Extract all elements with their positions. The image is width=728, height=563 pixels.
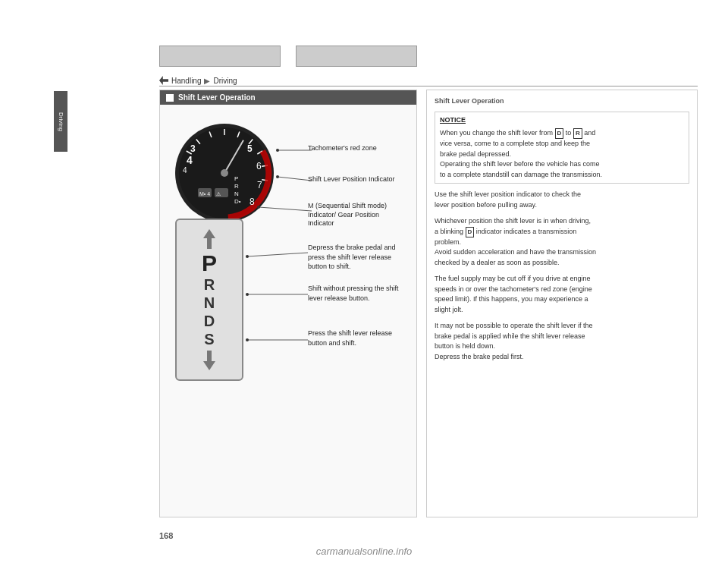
svg-text:6: 6 [256, 161, 262, 171]
svg-text:3: 3 [190, 143, 196, 154]
callout-brake-depress: Depress the brake pedal and press the sh… [308, 243, 406, 272]
svg-text:M• 4: M• 4 [199, 191, 210, 197]
shift-n: N [204, 294, 215, 311]
svg-point-40 [246, 293, 249, 296]
page-number: 168 [159, 531, 173, 540]
breadcrumb-text2: Driving [213, 77, 237, 85]
callout-shift-without: Shift without pressing the shift lever r… [308, 284, 406, 303]
svg-text:N: N [234, 190, 239, 197]
callout-shift-position-indicator: Shift Lever Position Indicator [308, 175, 395, 184]
left-panel-header: Shift Lever Operation [160, 90, 416, 105]
svg-text:7: 7 [257, 180, 262, 190]
r-indicator: R [573, 128, 582, 139]
svg-text:D•: D• [234, 198, 241, 205]
svg-point-27 [221, 169, 228, 177]
svg-marker-29 [203, 351, 215, 370]
paragraph-4: It may not be possible to operate the sh… [435, 321, 689, 362]
svg-text:8: 8 [249, 197, 255, 207]
callout-m-indicator: M (Sequential Shift mode) Indicator/ Gea… [308, 202, 406, 228]
breadcrumb-line [159, 86, 698, 86]
breadcrumb-icon [159, 76, 168, 85]
svg-text:⚠: ⚠ [216, 191, 221, 197]
shift-r: R [204, 276, 215, 293]
main-content: Shift Lever Operation [159, 90, 698, 517]
banner-box-right [296, 46, 417, 67]
left-panel: Shift Lever Operation [159, 90, 417, 517]
down-arrow-icon [202, 349, 217, 372]
left-panel-title: Shift Lever Operation [178, 93, 256, 102]
shift-s: S [204, 331, 214, 348]
svg-point-41 [246, 338, 249, 341]
shift-p: P [202, 252, 217, 275]
shift-lever-diagram: P R N D S [175, 219, 243, 381]
svg-marker-28 [203, 229, 215, 249]
left-sidebar: Driving [23, 91, 99, 395]
paragraph-2: Whichever position the shift lever is in… [435, 216, 689, 268]
svg-text:R: R [234, 183, 239, 190]
notice-box: NOTICE When you change the shift lever f… [435, 112, 689, 184]
top-banner [159, 46, 417, 67]
paragraph-3: The fuel supply may be cut off if you dr… [435, 274, 689, 315]
svg-point-39 [246, 255, 249, 258]
callout-press-release: Press the shift lever release button and… [308, 329, 406, 348]
svg-text:4: 4 [187, 154, 193, 166]
notice-title: NOTICE [440, 115, 684, 126]
paragraph-1: Use the shift lever position indicator t… [435, 190, 689, 210]
banner-box-left [159, 46, 281, 67]
svg-text:5: 5 [247, 143, 253, 154]
up-arrow-icon [202, 228, 217, 250]
shift-d: D [204, 313, 215, 329]
svg-text:P: P [234, 175, 238, 182]
callout-tachometer-red-zone: Tachometer's red zone [308, 144, 377, 153]
breadcrumb: Handling ▶ Driving [159, 76, 237, 85]
diagram-area: 3 4 4 5 6 7 8 P R N D• M• 4 ⚠ [160, 105, 416, 511]
notice-text: When you change the shift lever from D t… [440, 128, 684, 180]
d-blink-indicator: D [466, 227, 475, 237]
svg-text:4: 4 [183, 166, 187, 175]
breadcrumb-text1: Handling [171, 77, 201, 85]
header-square-icon [166, 94, 174, 102]
breadcrumb-separator: ▶ [204, 77, 210, 85]
right-panel: Shift Lever Operation NOTICE When you ch… [426, 90, 698, 517]
sidebar-tab: Driving [54, 91, 67, 152]
svg-line-36 [247, 253, 308, 256]
watermark: carmanualsonline.info [0, 546, 728, 557]
right-panel-title: Shift Lever Operation [435, 96, 689, 107]
d-indicator: D [555, 128, 564, 139]
